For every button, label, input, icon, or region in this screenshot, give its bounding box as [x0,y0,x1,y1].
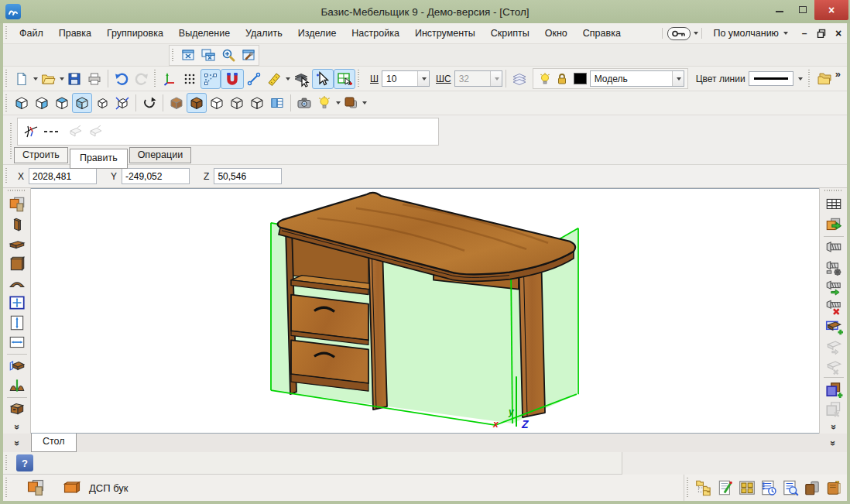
minimize-button[interactable] [768,0,791,19]
library-group-grip[interactable] [807,70,811,87]
ruler-tool-button[interactable] [264,69,284,89]
furniture-blocks-button[interactable] [737,478,757,497]
render-wireframe-button[interactable] [227,93,247,113]
render-wireframe2-button[interactable] [247,93,267,113]
fit-window-button[interactable] [178,45,198,65]
light-button[interactable] [314,93,334,113]
project-tree-button[interactable] [694,478,714,497]
params-group-grip[interactable] [357,70,361,87]
main-toolbar-grip[interactable] [5,70,9,87]
status-grip[interactable] [5,478,9,498]
axes-toggle-button[interactable] [160,69,180,89]
line-style-swatch[interactable] [749,71,793,86]
rotate-view-button[interactable] [139,93,159,113]
view-iso-button[interactable] [72,93,92,113]
key-icon[interactable] [667,27,691,40]
style-library-button[interactable] [814,69,835,89]
view-fit-button[interactable] [112,93,132,113]
snapshot-camera-button[interactable] [294,93,314,113]
current-materials-icon[interactable] [26,478,46,497]
tool-panel-delete[interactable] [822,356,845,375]
panel-op-copy-button[interactable] [66,122,86,142]
left-tabbar-chevron[interactable]: » [3,434,31,452]
width-combo[interactable]: 10 [382,70,430,87]
snap-group-grip[interactable] [153,70,157,87]
tool-sheet-material[interactable] [5,195,29,214]
tool-panel-add[interactable] [822,317,845,336]
selection-frame-toggle[interactable] [201,69,221,89]
zoom-in-button[interactable] [218,45,238,65]
fit-all-windows-button[interactable] [198,45,218,65]
menu-item-grouping[interactable]: Группировка [99,25,171,42]
menubar-grip[interactable] [5,26,9,40]
tool-horizontal-panel[interactable] [5,235,29,254]
profile-combo[interactable]: По умолчанию [705,25,796,42]
coord-x-field[interactable] [29,168,97,184]
grid-toggle-button[interactable] [180,69,201,89]
menu-item-help[interactable]: Справка [575,25,629,42]
right-column-more-chevron[interactable]: » [820,419,848,434]
menu-item-scripts[interactable]: Скрипты [483,25,537,42]
layer-color-swatch[interactable] [574,73,587,84]
menu-item-settings[interactable]: Настройка [344,25,407,42]
cursor-select-button[interactable] [312,69,334,89]
search-list-button[interactable] [780,478,800,497]
coord-y-field[interactable] [122,168,190,184]
render-textured-button[interactable] [166,93,187,113]
tool-edge-banding[interactable] [5,356,29,375]
materials-button[interactable] [341,93,361,113]
edit-panel-grip[interactable] [9,123,13,160]
grid-select-button[interactable] [334,69,355,89]
menu-item-edit[interactable]: Правка [51,25,99,42]
tool-drawer[interactable] [5,399,29,419]
tool-vertical-dimension[interactable] [5,313,29,332]
view-left-button[interactable] [12,93,32,113]
tool-curved-panel[interactable] [5,273,29,293]
save-button[interactable] [64,69,84,89]
tool-fastener-settings[interactable] [822,258,845,277]
key-dropdown-arrow[interactable] [694,32,698,35]
tool-fastener-remove[interactable] [822,297,845,317]
view-toolbar-grip[interactable] [5,94,9,111]
mdi-close-button[interactable]: × [830,27,847,39]
tool-panel-copy[interactable] [822,337,845,356]
toolbar-overflow-chevron[interactable]: » [835,67,847,80]
tab-edit[interactable]: Править [70,149,128,169]
line-style-dropdown[interactable] [793,71,806,87]
document-tab[interactable]: Стол [31,434,77,452]
menu-item-product[interactable]: Изделие [290,25,344,42]
tool-group-delete[interactable] [822,399,845,419]
tool-dimensions-frame[interactable] [5,293,29,313]
tool-vertical-panel[interactable] [5,214,29,234]
panel-op-move-button[interactable] [86,122,106,142]
gap-combo[interactable]: 32 [454,70,502,87]
tool-bent-panel[interactable] [5,375,29,395]
tool-horizontal-dimension[interactable] [5,333,29,352]
tab-build[interactable]: Строить [14,147,68,163]
zoom-toolbar-grip[interactable] [171,49,175,62]
redraw-button[interactable] [238,45,259,65]
snap-magnet-toggle[interactable] [221,69,244,89]
menu-item-window[interactable]: Окно [537,25,575,42]
new-file-button[interactable] [12,69,32,89]
layers-button[interactable] [509,69,530,89]
layer-combo[interactable]: Модель [590,70,684,87]
redo-button[interactable] [132,69,152,89]
left-column-grip[interactable] [8,190,26,194]
dashed-line-button[interactable] [41,122,61,142]
menu-item-delete[interactable]: Удалить [238,25,290,42]
split-view-button[interactable] [267,93,287,113]
reference-book-button[interactable] [824,478,844,497]
tab-operations[interactable]: Операции [129,147,191,163]
coordinates-grip[interactable] [5,168,9,184]
erase-construction-button[interactable] [21,122,41,142]
tool-fastener-add[interactable] [822,277,845,297]
undo-button[interactable] [111,69,132,89]
menu-item-tools[interactable]: Инструменты [407,25,483,42]
help-button[interactable]: ? [16,454,33,471]
operations-list-button[interactable] [759,478,779,497]
view-top-button[interactable] [52,93,72,113]
right-column-grip[interactable] [824,190,843,194]
materials-dropdown-arrow[interactable] [362,101,367,105]
model-canvas[interactable]: x y Z [31,188,819,434]
